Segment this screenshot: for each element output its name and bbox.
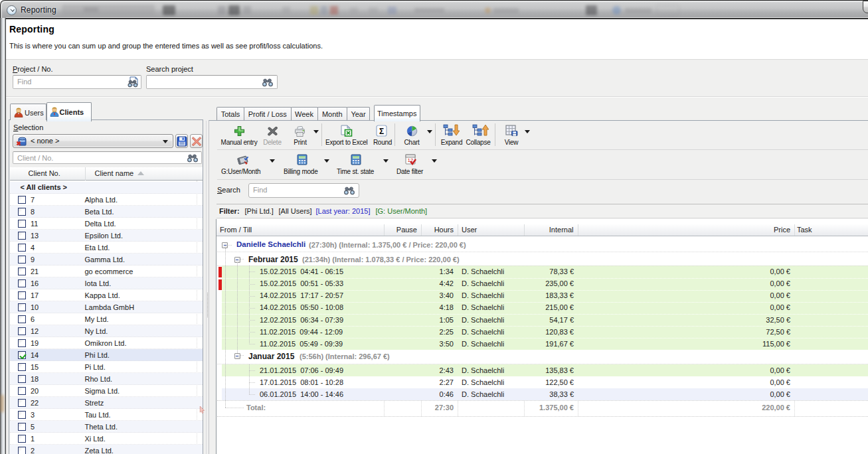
svg-text:Σ: Σ (379, 127, 384, 136)
